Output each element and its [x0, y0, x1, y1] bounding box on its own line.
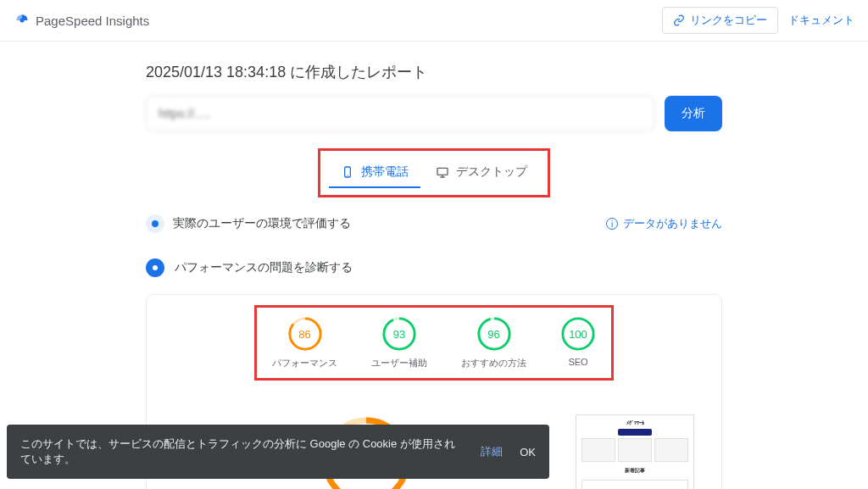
docs-link[interactable]: ドキュメント [788, 13, 854, 28]
score-bestpractices[interactable]: 96 おすすめの方法 [461, 316, 526, 370]
score-accessibility[interactable]: 93 ユーザー補助 [371, 316, 427, 370]
score-performance[interactable]: 86 パフォーマンス [272, 316, 337, 370]
brand-text: PageSpeed Insights [36, 14, 149, 28]
pagespeed-logo-icon [14, 12, 31, 29]
score-accessibility-label: ユーザー補助 [371, 357, 427, 370]
score-performance-value: 86 [287, 316, 323, 352]
info-icon: i [606, 218, 618, 230]
tabs-region: 携帯電話 デスクトップ [146, 148, 722, 197]
device-tabs-highlight: 携帯電話 デスクトップ [318, 148, 550, 197]
cookie-bar: このサイトでは、サービスの配信とトラフィックの分析に Google の Cook… [7, 425, 549, 479]
preview-hero-bar [618, 429, 652, 436]
diagnose-title: パフォーマンスの問題を診断する [175, 260, 353, 275]
gauge-seo: 100 [560, 316, 596, 352]
header: PageSpeed Insights リンクをコピー ドキュメント [0, 0, 868, 42]
real-user-title: 実際のユーザーの環境で評価する [173, 216, 351, 231]
tab-mobile-label: 携帯電話 [361, 164, 409, 180]
mobile-icon [341, 165, 354, 179]
preview-brand: ﾒｸﾞﾏﾜｰｶ [581, 420, 688, 425]
section-icon-real-user [146, 214, 164, 233]
header-right: リンクをコピー ドキュメント [662, 7, 854, 34]
page-preview: ﾒｸﾞﾏﾜｰｶ 新着記事 [576, 414, 694, 489]
cookie-details-link[interactable]: 詳細 [481, 444, 503, 459]
score-bestpractices-label: おすすめの方法 [461, 357, 526, 370]
report-title: 2025/01/13 18:34:18 に作成したレポート [146, 62, 722, 82]
no-data-link[interactable]: i データがありません [606, 216, 722, 231]
score-seo[interactable]: 100 SEO [560, 316, 596, 370]
score-accessibility-value: 93 [381, 316, 417, 352]
section-icon-diagnose [146, 258, 164, 277]
preview-grid [581, 438, 688, 462]
score-bestpractices-value: 96 [476, 316, 512, 352]
svg-rect-3 [437, 168, 448, 175]
main-content: 2025/01/13 18:34:18 に作成したレポート 分析 携帯電話 デス… [0, 42, 868, 489]
scores-highlight: 86 パフォーマンス 93 ユーザー補助 9 [254, 305, 614, 381]
cookie-ok-button[interactable]: OK [520, 446, 536, 458]
no-data-label: データがありません [623, 216, 722, 231]
preview-cell [618, 438, 652, 462]
link-icon [673, 14, 685, 26]
preview-section: 新着記事 [581, 467, 688, 475]
tab-desktop-label: デスクトップ [456, 164, 527, 180]
gauge-accessibility: 93 [381, 316, 417, 352]
url-input[interactable] [146, 96, 654, 131]
preview-cell [581, 438, 615, 462]
score-seo-label: SEO [568, 357, 587, 367]
real-user-section: 実際のユーザーの環境で評価する i データがありません [146, 214, 722, 233]
preview-cell [654, 438, 688, 462]
preview-item [581, 480, 688, 489]
header-left: PageSpeed Insights [14, 12, 149, 29]
tab-mobile[interactable]: 携帯電話 [329, 158, 420, 188]
tab-desktop[interactable]: デスクトップ [424, 158, 539, 188]
score-performance-label: パフォーマンス [272, 357, 337, 370]
search-row: 分析 [146, 96, 722, 131]
cookie-message: このサイトでは、サービスの配信とトラフィックの分析に Google の Cook… [20, 436, 464, 467]
preview-col: ﾒｸﾞﾏﾜｰｶ 新着記事 [576, 414, 694, 489]
desktop-icon [436, 165, 449, 179]
analyze-button[interactable]: 分析 [665, 96, 722, 131]
logo[interactable]: PageSpeed Insights [14, 12, 149, 29]
svg-point-2 [347, 175, 348, 175]
gauge-performance: 86 [287, 316, 323, 352]
copy-link-button[interactable]: リンクをコピー [662, 7, 778, 34]
gauge-bestpractices: 96 [476, 316, 512, 352]
diagnose-section: パフォーマンスの問題を診断する [146, 258, 722, 277]
copy-link-label: リンクをコピー [690, 13, 767, 28]
svg-point-0 [20, 19, 25, 23]
score-seo-value: 100 [560, 316, 596, 352]
